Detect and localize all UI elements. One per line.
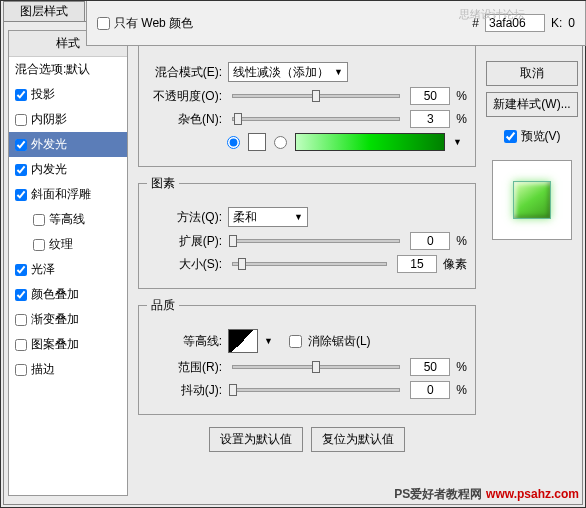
size-unit: 像素 — [443, 256, 467, 273]
styles-sidebar: 样式 混合选项:默认 投影内阴影外发光内发光斜面和浮雕等高线纹理光泽颜色叠加渐变… — [8, 30, 128, 496]
spread-slider[interactable] — [232, 239, 400, 243]
default-buttons-row: 设置为默认值 复位为默认值 — [138, 427, 476, 452]
style-checkbox[interactable] — [15, 164, 27, 176]
color-swatch[interactable] — [248, 133, 266, 151]
k-label: K: — [551, 16, 562, 30]
preview-cube-icon — [513, 181, 551, 219]
sidebar-item[interactable]: 内阴影 — [9, 107, 127, 132]
style-checkbox[interactable] — [15, 289, 27, 301]
spread-label: 扩展(P): — [147, 233, 222, 250]
style-checkbox[interactable] — [15, 264, 27, 276]
cancel-button[interactable]: 取消 — [486, 61, 578, 86]
opacity-label: 不透明度(O): — [147, 88, 222, 105]
chevron-down-icon[interactable]: ▼ — [453, 137, 462, 147]
sidebar-item-label: 渐变叠加 — [31, 311, 79, 328]
dialog-title-tab: 图层样式 — [3, 1, 85, 21]
preview-checkbox[interactable] — [504, 130, 517, 143]
style-checkbox[interactable] — [15, 139, 27, 151]
size-slider[interactable] — [232, 262, 387, 266]
range-input[interactable] — [410, 358, 450, 376]
technique-value: 柔和 — [233, 209, 257, 226]
opacity-slider[interactable] — [232, 94, 400, 98]
antialias-label: 消除锯齿(L) — [308, 333, 371, 350]
size-input[interactable] — [397, 255, 437, 273]
gradient-picker[interactable] — [295, 133, 445, 151]
watermark-forum: 思绪设计论坛 — [459, 7, 525, 22]
sidebar-item-label: 斜面和浮雕 — [31, 186, 91, 203]
jitter-slider[interactable] — [232, 388, 400, 392]
right-column: 确定 取消 新建样式(W)... 预览(V) — [482, 22, 582, 504]
sidebar-item-label: 外发光 — [31, 136, 67, 153]
chevron-down-icon[interactable]: ▼ — [264, 336, 273, 346]
style-checkbox[interactable] — [15, 364, 27, 376]
elements-group: 图素 方法(Q): 柔和 ▼ 扩展(P): % 大小(S): — [138, 175, 476, 289]
new-style-button[interactable]: 新建样式(W)... — [486, 92, 578, 117]
k-value: 0 — [568, 16, 575, 30]
sidebar-item[interactable]: 投影 — [9, 82, 127, 107]
color-source-radio[interactable] — [227, 136, 240, 149]
sidebar-item[interactable]: 斜面和浮雕 — [9, 182, 127, 207]
jitter-unit: % — [456, 383, 467, 397]
style-checkbox[interactable] — [33, 239, 45, 251]
sidebar-item-label: 图案叠加 — [31, 336, 79, 353]
blend-mode-label: 混合模式(E): — [147, 64, 222, 81]
quality-group: 品质 等高线: ▼ 消除锯齿(L) 范围(R): % 抖动(J): — [138, 297, 476, 415]
preview-label: 预览(V) — [521, 128, 561, 145]
reset-default-button[interactable]: 复位为默认值 — [311, 427, 405, 452]
sidebar-item[interactable]: 光泽 — [9, 257, 127, 282]
size-label: 大小(S): — [147, 256, 222, 273]
watermark-site: PS爱好者教程网 www.psahz.com — [394, 485, 579, 503]
sidebar-item[interactable]: 外发光 — [9, 132, 127, 157]
style-checkbox[interactable] — [15, 339, 27, 351]
opacity-input[interactable] — [410, 87, 450, 105]
jitter-input[interactable] — [410, 381, 450, 399]
center-panel: 结构 混合模式(E): 线性减淡（添加） ▼ 不透明度(O): % 杂色(N): — [132, 22, 482, 504]
sidebar-item[interactable]: 等高线 — [9, 207, 127, 232]
opacity-unit: % — [456, 89, 467, 103]
chevron-down-icon: ▼ — [294, 212, 303, 222]
chevron-down-icon: ▼ — [334, 67, 343, 77]
sidebar-item-label: 光泽 — [31, 261, 55, 278]
antialias-checkbox[interactable] — [289, 335, 302, 348]
blend-mode-select[interactable]: 线性减淡（添加） ▼ — [228, 62, 348, 82]
main-panel: 样式 混合选项:默认 投影内阴影外发光内发光斜面和浮雕等高线纹理光泽颜色叠加渐变… — [3, 21, 583, 505]
set-default-button[interactable]: 设置为默认值 — [209, 427, 303, 452]
sidebar-item[interactable]: 内发光 — [9, 157, 127, 182]
web-colors-label: 只有 Web 颜色 — [114, 15, 193, 32]
sidebar-item[interactable]: 颜色叠加 — [9, 282, 127, 307]
style-checkbox[interactable] — [15, 89, 27, 101]
style-checkbox[interactable] — [15, 314, 27, 326]
sidebar-item-label: 描边 — [31, 361, 55, 378]
elements-legend: 图素 — [147, 175, 179, 192]
noise-input[interactable] — [410, 110, 450, 128]
sidebar-item-label: 内发光 — [31, 161, 67, 178]
sidebar-item-label: 等高线 — [49, 211, 85, 228]
sidebar-item[interactable]: 纹理 — [9, 232, 127, 257]
sidebar-item-label: 投影 — [31, 86, 55, 103]
sidebar-item-label: 颜色叠加 — [31, 286, 79, 303]
blend-mode-value: 线性减淡（添加） — [233, 64, 329, 81]
style-checkbox[interactable] — [15, 189, 27, 201]
web-colors-checkbox[interactable] — [97, 17, 110, 30]
gradient-source-radio[interactable] — [274, 136, 287, 149]
preview-swatch — [492, 160, 572, 240]
sidebar-item[interactable]: 描边 — [9, 357, 127, 382]
contour-picker[interactable] — [228, 329, 258, 353]
contour-label: 等高线: — [147, 333, 222, 350]
style-checkbox[interactable] — [33, 214, 45, 226]
noise-slider[interactable] — [232, 117, 400, 121]
range-slider[interactable] — [232, 365, 400, 369]
style-checkbox[interactable] — [15, 114, 27, 126]
sidebar-item-label: 内阴影 — [31, 111, 67, 128]
sidebar-item[interactable]: 图案叠加 — [9, 332, 127, 357]
quality-legend: 品质 — [147, 297, 179, 314]
structure-group: 结构 混合模式(E): 线性减淡（添加） ▼ 不透明度(O): % 杂色(N): — [138, 30, 476, 167]
sidebar-item[interactable]: 渐变叠加 — [9, 307, 127, 332]
noise-unit: % — [456, 112, 467, 126]
range-unit: % — [456, 360, 467, 374]
technique-select[interactable]: 柔和 ▼ — [228, 207, 308, 227]
sidebar-blend-options[interactable]: 混合选项:默认 — [9, 57, 127, 82]
technique-label: 方法(Q): — [147, 209, 222, 226]
spread-unit: % — [456, 234, 467, 248]
spread-input[interactable] — [410, 232, 450, 250]
